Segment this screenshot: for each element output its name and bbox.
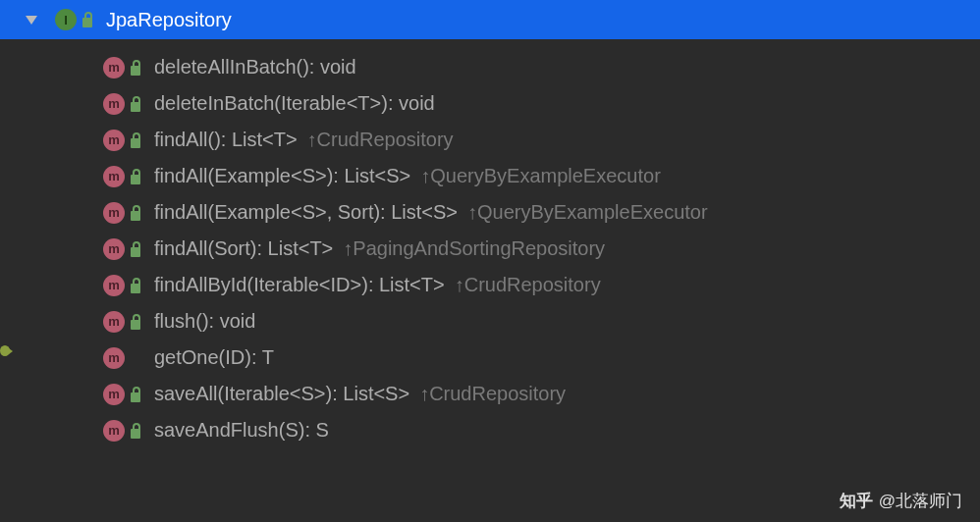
method-icon: m xyxy=(103,311,125,333)
interface-name: JpaRepository xyxy=(106,9,232,31)
method-icon: m xyxy=(103,275,125,296)
method-signature: getOne(ID): T xyxy=(154,346,274,369)
method-row[interactable]: mflush(): void xyxy=(0,303,980,339)
method-icon: m xyxy=(103,57,125,78)
method-icon: m xyxy=(103,130,125,151)
override-arrow-icon: ↑ xyxy=(420,165,430,186)
method-signature: findAll(Sort): List<T> xyxy=(154,237,333,260)
lock-icon xyxy=(129,205,142,221)
method-row[interactable]: mfindAll(Sort): List<T>↑PagingAndSorting… xyxy=(0,231,980,267)
method-signature: flush(): void xyxy=(154,310,255,333)
override-source: ↑QueryByExampleExecutor xyxy=(467,201,708,224)
method-signature: findAll(): List<T> xyxy=(154,129,298,151)
method-row[interactable]: mgetOne(ID): T xyxy=(0,339,980,376)
method-signature: findAllById(Iterable<ID>): List<T> xyxy=(154,274,445,296)
expand-arrow-icon[interactable] xyxy=(26,16,37,25)
override-arrow-icon: ↑ xyxy=(455,274,464,295)
interface-icon: I xyxy=(55,9,77,30)
override-arrow-icon: ↑ xyxy=(307,129,317,150)
override-source: ↑PagingAndSortingRepository xyxy=(343,237,605,260)
method-signature: deleteAllInBatch(): void xyxy=(154,56,356,78)
lock-icon xyxy=(129,60,142,76)
lock-icon xyxy=(129,169,142,184)
gutter-implements-icon[interactable] xyxy=(0,339,10,361)
method-icon: m xyxy=(103,347,125,369)
tree-root-row[interactable]: I JpaRepository xyxy=(0,0,980,39)
watermark: 知乎 @北落师门 xyxy=(840,490,962,512)
method-icon: m xyxy=(103,93,125,115)
method-row[interactable]: mfindAllById(Iterable<ID>): List<T>↑Crud… xyxy=(0,267,980,303)
lock-icon xyxy=(129,314,142,330)
override-source: ↑QueryByExampleExecutor xyxy=(420,165,661,187)
method-list: mdeleteAllInBatch(): voidmdeleteInBatch(… xyxy=(0,39,980,448)
method-signature: saveAll(Iterable<S>): List<S> xyxy=(154,383,409,405)
method-icon: m xyxy=(103,420,125,442)
watermark-logo: 知乎 xyxy=(840,490,873,512)
override-arrow-icon: ↑ xyxy=(467,201,477,223)
method-signature: findAll(Example<S>): List<S> xyxy=(154,165,410,187)
override-source: ↑CrudRepository xyxy=(307,129,454,151)
lock-icon xyxy=(129,387,142,402)
method-row[interactable]: mfindAll(Example<S>): List<S>↑QueryByExa… xyxy=(0,158,980,194)
override-source: ↑CrudRepository xyxy=(419,383,566,405)
lock-icon xyxy=(129,96,142,112)
method-signature: deleteInBatch(Iterable<T>): void xyxy=(154,92,435,115)
lock-icon xyxy=(129,423,142,439)
override-source: ↑CrudRepository xyxy=(455,274,601,296)
override-arrow-icon: ↑ xyxy=(419,383,429,404)
method-signature: findAll(Example<S>, Sort): List<S> xyxy=(154,201,458,224)
method-signature: saveAndFlush(S): S xyxy=(154,419,329,442)
method-row[interactable]: msaveAndFlush(S): S xyxy=(0,412,980,448)
method-icon: m xyxy=(103,238,125,260)
method-icon: m xyxy=(103,166,125,187)
method-row[interactable]: mfindAll(Example<S>, Sort): List<S>↑Quer… xyxy=(0,194,980,231)
watermark-text: @北落师门 xyxy=(879,490,962,512)
lock-icon xyxy=(129,132,142,148)
lock-icon xyxy=(129,278,142,293)
lock-icon xyxy=(129,241,142,257)
method-row[interactable]: mdeleteInBatch(Iterable<T>): void xyxy=(0,85,980,122)
method-icon: m xyxy=(103,202,125,224)
method-row[interactable]: mdeleteAllInBatch(): void xyxy=(0,49,980,85)
method-icon: m xyxy=(103,384,125,405)
method-row[interactable]: msaveAll(Iterable<S>): List<S>↑CrudRepos… xyxy=(0,376,980,412)
override-arrow-icon: ↑ xyxy=(343,237,353,259)
lock-icon xyxy=(81,12,94,27)
method-row[interactable]: mfindAll(): List<T>↑CrudRepository xyxy=(0,122,980,158)
